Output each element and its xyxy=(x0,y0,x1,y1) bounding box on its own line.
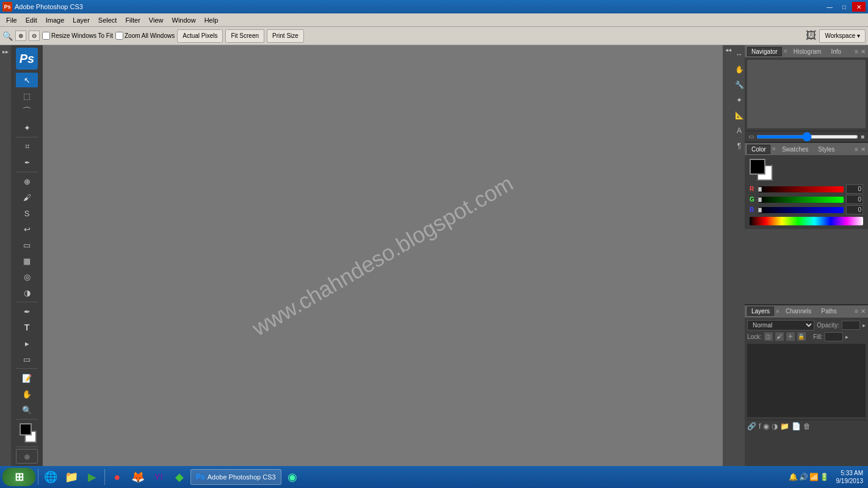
lock-transparent-btn[interactable]: ◫ xyxy=(764,332,773,341)
tab-navigator-close[interactable]: ✕ xyxy=(783,48,788,54)
navigator-panel-close[interactable]: ✕ xyxy=(861,48,866,55)
blend-mode-select[interactable]: Normal xyxy=(747,320,814,330)
heal-tool[interactable]: ⊕ xyxy=(16,174,38,189)
panel-toggle-tool3[interactable]: ✦ xyxy=(734,93,744,107)
tab-info[interactable]: Info xyxy=(826,47,845,56)
tab-layers-close[interactable]: ✕ xyxy=(775,308,780,315)
actual-pixels-button[interactable]: Actual Pixels xyxy=(177,29,223,43)
tab-styles[interactable]: Styles xyxy=(814,145,839,154)
eraser-tool[interactable]: ▭ xyxy=(16,238,38,252)
layers-panel-menu[interactable]: ≡ xyxy=(855,308,858,315)
tab-layers[interactable]: Layers xyxy=(747,307,774,316)
taskbar-explorer[interactable]: 📁 xyxy=(62,468,81,486)
r-slider-track[interactable] xyxy=(758,186,844,192)
panel-toggle-text[interactable]: A xyxy=(734,124,744,137)
taskbar-chrome[interactable]: ● xyxy=(107,468,127,486)
eyedropper-tool[interactable]: ✒ xyxy=(16,155,38,170)
lock-all-btn[interactable]: 🔒 xyxy=(797,332,806,341)
lasso-tool[interactable]: ⌒ xyxy=(16,104,38,119)
pen-tool[interactable]: ✒ xyxy=(16,304,38,319)
magic-wand-tool[interactable]: ✦ xyxy=(16,120,38,135)
shape-tool[interactable]: ▭ xyxy=(16,352,38,366)
layer-link-btn[interactable]: 🔗 xyxy=(747,422,756,431)
lock-image-btn[interactable]: 🖌 xyxy=(775,332,784,341)
zoom-out-nav[interactable]: ▭ xyxy=(748,133,754,140)
color-panel-menu[interactable]: ≡ xyxy=(855,146,858,153)
layer-adj-btn[interactable]: ◑ xyxy=(772,422,778,431)
r-slider-thumb[interactable] xyxy=(758,187,762,192)
b-slider-thumb[interactable] xyxy=(758,208,762,213)
minimize-button[interactable]: — xyxy=(823,2,836,12)
brush-tool[interactable]: 🖌 xyxy=(16,190,38,205)
taskbar-media[interactable]: ▶ xyxy=(82,468,102,486)
zoom-tool-icon[interactable]: 🔍 xyxy=(2,31,13,41)
menu-filter[interactable]: Filter xyxy=(121,15,143,25)
b-slider-track[interactable] xyxy=(758,207,844,213)
layer-group-btn[interactable]: 📁 xyxy=(780,422,789,431)
tab-histogram[interactable]: Histogram xyxy=(789,47,826,56)
zoom-out-button[interactable]: ⊖ xyxy=(29,31,40,41)
zoom-in-button[interactable]: ⊕ xyxy=(15,31,26,41)
r-value-input[interactable]: 0 xyxy=(846,184,863,194)
opacity-input[interactable] xyxy=(842,321,860,330)
panel-toggle-hand[interactable]: ✋ xyxy=(734,63,744,76)
zoom-canvas-tool[interactable]: 🔍 xyxy=(16,402,38,417)
crop-tool[interactable]: ⌗ xyxy=(16,139,38,154)
panel-toggle-tool4[interactable]: 📐 xyxy=(734,109,744,122)
left-strip-arrow[interactable]: ▸▸ xyxy=(1,46,10,56)
menu-image[interactable]: Image xyxy=(42,15,68,25)
taskbar-app8[interactable]: ◉ xyxy=(283,468,302,486)
start-button[interactable]: ⊞ xyxy=(2,468,35,486)
clone-tool[interactable]: S xyxy=(16,206,38,220)
g-slider-track[interactable] xyxy=(758,197,844,203)
marquee-tool[interactable]: ⬚ xyxy=(16,89,38,103)
tab-channels[interactable]: Channels xyxy=(781,307,816,316)
fit-screen-button[interactable]: Fit Screen xyxy=(225,29,264,43)
zoom-in-nav[interactable]: ■ xyxy=(861,133,864,140)
tab-swatches[interactable]: Swatches xyxy=(778,145,812,154)
zoom-slider[interactable] xyxy=(756,135,858,139)
quick-mask-mode[interactable]: ◎ xyxy=(16,449,38,464)
layer-delete-btn[interactable]: 🗑 xyxy=(803,422,811,431)
menu-window[interactable]: Window xyxy=(168,15,200,25)
lock-position-btn[interactable]: ✛ xyxy=(786,332,795,341)
layers-panel-close[interactable]: ✕ xyxy=(861,308,866,315)
taskbar-firefox[interactable]: 🦊 xyxy=(128,468,148,486)
panel-toggle-paragraph[interactable]: ¶ xyxy=(734,139,744,153)
panel-toggle-tool2[interactable]: 🔧 xyxy=(734,78,744,92)
tab-paths[interactable]: Paths xyxy=(817,307,841,316)
fg-swatch[interactable] xyxy=(750,159,765,175)
b-value-input[interactable]: 0 xyxy=(846,205,863,214)
resize-windows-checkbox[interactable]: Resize Windows To Fit xyxy=(42,32,113,40)
layer-mask-btn[interactable]: ◉ xyxy=(763,422,769,431)
menu-view[interactable]: View xyxy=(145,15,167,25)
taskbar-app6[interactable]: ◆ xyxy=(170,468,189,486)
workspace-button[interactable]: Workspace ▾ xyxy=(819,29,866,43)
hand-tool[interactable]: ✋ xyxy=(16,387,38,401)
menu-file[interactable]: File xyxy=(2,15,21,25)
taskbar-ie[interactable]: 🌐 xyxy=(41,468,60,486)
notes-tool[interactable]: 📝 xyxy=(16,371,38,385)
dodge-tool[interactable]: ◑ xyxy=(16,285,38,300)
layer-new-btn[interactable]: 📄 xyxy=(792,422,801,431)
right-strip-arrow-left[interactable]: ◂◂ xyxy=(725,46,731,53)
history-brush-tool[interactable]: ↩ xyxy=(16,222,38,236)
menu-help[interactable]: Help xyxy=(201,15,222,25)
menu-layer[interactable]: Layer xyxy=(69,15,93,25)
color-panel-close[interactable]: ✕ xyxy=(861,146,866,153)
foreground-color[interactable] xyxy=(20,423,32,435)
zoom-all-checkbox[interactable]: Zoom All Windows xyxy=(115,32,175,40)
fill-arrow[interactable]: ▸ xyxy=(845,333,848,340)
gradient-tool[interactable]: ▦ xyxy=(16,253,38,268)
type-tool[interactable]: T xyxy=(16,320,38,335)
taskbar-photoshop[interactable]: Ps Adobe Photoshop CS3 xyxy=(190,469,281,485)
close-button[interactable]: ✕ xyxy=(852,2,866,12)
panel-toggle-move[interactable]: ↔ xyxy=(734,48,744,61)
opacity-arrow[interactable]: ▸ xyxy=(863,322,866,329)
navigator-panel-menu[interactable]: ≡ xyxy=(855,48,858,55)
blur-tool[interactable]: ◎ xyxy=(16,269,38,284)
taskbar-yahoo[interactable]: Y! xyxy=(149,468,168,486)
tab-color[interactable]: Color xyxy=(747,145,770,154)
resize-windows-input[interactable] xyxy=(42,32,50,40)
layer-fx-btn[interactable]: f xyxy=(759,422,761,431)
